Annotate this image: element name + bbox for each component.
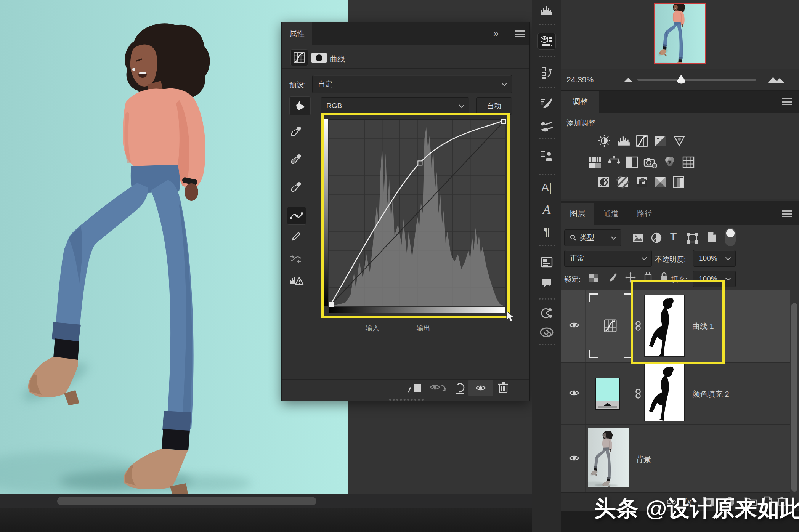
brightness-contrast-icon[interactable] bbox=[598, 134, 611, 147]
delete-adjustment-button[interactable] bbox=[497, 381, 509, 396]
clone-source-panel-icon[interactable] bbox=[537, 148, 556, 165]
panel-group-grip[interactable] bbox=[539, 298, 555, 300]
levels-icon[interactable] bbox=[617, 136, 631, 146]
filter-toggle-switch[interactable] bbox=[725, 228, 736, 246]
white-point-eyedropper-icon[interactable] bbox=[290, 181, 302, 192]
tab-channels[interactable]: 通道 bbox=[595, 203, 627, 225]
lock-pixels-brush-icon[interactable] bbox=[607, 272, 618, 283]
brush-settings-panel-icon[interactable] bbox=[537, 95, 556, 112]
properties-tabbar: 属性 » bbox=[282, 22, 529, 45]
lock-transparency-icon[interactable] bbox=[589, 273, 598, 283]
panel-resize-grip[interactable] bbox=[389, 399, 424, 401]
pencil-curve-tool-icon[interactable] bbox=[290, 231, 302, 242]
curve-point-tool-selected[interactable] bbox=[287, 207, 306, 225]
panel-menu-icon[interactable] bbox=[515, 30, 525, 37]
tab-layers[interactable]: 图层 bbox=[561, 203, 594, 225]
photo-filter-icon[interactable] bbox=[643, 156, 658, 168]
black-white-icon[interactable] bbox=[626, 156, 638, 168]
filter-shape-layers-icon[interactable] bbox=[687, 232, 698, 244]
histogram-clip-warning-icon bbox=[289, 274, 304, 286]
panel-group-grip[interactable] bbox=[539, 24, 555, 25]
black-point-eyedropper-icon[interactable] bbox=[290, 126, 302, 136]
creative-cloud-icon[interactable] bbox=[537, 324, 556, 341]
visibility-eye-icon[interactable] bbox=[569, 389, 579, 397]
layer-mask-icon[interactable] bbox=[311, 53, 327, 63]
layer-name[interactable]: 颜色填充 2 bbox=[692, 389, 729, 399]
filter-image-layers-icon[interactable] bbox=[632, 233, 644, 243]
layer-name[interactable]: 背景 bbox=[636, 454, 651, 465]
layer-filter-dropdown[interactable]: 类型 bbox=[564, 229, 621, 246]
paragraph-panel-icon[interactable]: ¶ bbox=[537, 223, 556, 240]
clip-to-layer-button[interactable] bbox=[407, 382, 423, 396]
histogram-panel-icon[interactable] bbox=[537, 2, 556, 19]
layer-row-background[interactable]: 背景 bbox=[561, 425, 790, 492]
blend-mode-dropdown[interactable]: 正常 bbox=[564, 250, 652, 267]
posterize-icon[interactable] bbox=[617, 176, 629, 188]
filter-smart-objects-icon[interactable] bbox=[707, 232, 717, 243]
adjustment-layer-thumbnail[interactable] bbox=[589, 293, 632, 358]
share-panel-icon[interactable] bbox=[537, 305, 556, 322]
view-previous-state-button[interactable] bbox=[430, 383, 447, 395]
history-panel-icon[interactable] bbox=[537, 65, 556, 82]
tab-properties[interactable]: 属性 bbox=[282, 22, 312, 45]
character-panel-icon[interactable]: A| bbox=[537, 179, 556, 196]
collapse-panel-icon[interactable]: » bbox=[493, 27, 499, 39]
targeted-adjustment-tool[interactable] bbox=[289, 96, 311, 115]
color-lookup-icon[interactable] bbox=[682, 156, 695, 168]
auto-button[interactable]: 自动 bbox=[476, 97, 512, 115]
threshold-icon[interactable] bbox=[636, 176, 648, 188]
selective-color-icon[interactable] bbox=[654, 176, 666, 188]
channel-mixer-icon[interactable] bbox=[663, 155, 676, 168]
tab-adjustments[interactable]: 调整 bbox=[561, 91, 599, 113]
preset-dropdown[interactable]: 自定 bbox=[312, 75, 512, 93]
opacity-field[interactable]: 100% bbox=[693, 250, 736, 267]
zoom-slider-thumb[interactable] bbox=[676, 74, 686, 86]
visibility-eye-icon[interactable] bbox=[569, 321, 579, 329]
color-fill-thumbnail[interactable] bbox=[595, 378, 620, 410]
properties-panel-icon-selected[interactable] bbox=[537, 33, 556, 50]
gradient-map-icon[interactable] bbox=[672, 176, 685, 188]
zoom-percentage[interactable]: 24.39% bbox=[566, 75, 594, 84]
notes-panel-icon[interactable] bbox=[537, 274, 556, 291]
layer-mask-thumbnail[interactable] bbox=[644, 364, 685, 421]
mask-link-icon[interactable] bbox=[634, 389, 642, 399]
panel-group-grip[interactable] bbox=[539, 344, 555, 345]
background-layer-thumbnail[interactable] bbox=[588, 428, 629, 487]
panel-group-grip[interactable] bbox=[539, 174, 555, 175]
layers-vertical-scrollbar[interactable] bbox=[791, 303, 797, 492]
panel-group-grip[interactable] bbox=[539, 56, 555, 57]
exposure-icon[interactable] bbox=[654, 135, 666, 147]
divider bbox=[585, 363, 586, 424]
zoom-slider-track[interactable] bbox=[637, 79, 756, 81]
panel-group-grip[interactable] bbox=[539, 87, 555, 88]
vibrance-icon[interactable] bbox=[673, 135, 685, 147]
navigator-view-box[interactable] bbox=[654, 3, 706, 64]
tab-paths[interactable]: 路径 bbox=[628, 203, 661, 225]
hue-saturation-icon[interactable] bbox=[589, 156, 602, 168]
horizontal-scrollbar[interactable] bbox=[57, 497, 316, 505]
opacity-label: 不透明度: bbox=[655, 255, 686, 264]
invert-icon[interactable] bbox=[598, 176, 610, 188]
visibility-eye-icon[interactable] bbox=[569, 454, 579, 462]
channel-dropdown[interactable]: RGB bbox=[321, 97, 469, 115]
panel-menu-icon[interactable] bbox=[782, 98, 792, 105]
layer-comps-panel-icon[interactable] bbox=[537, 254, 556, 271]
filter-type-label: 类型 bbox=[580, 233, 594, 243]
panel-menu-icon[interactable] bbox=[782, 210, 792, 217]
glyphs-panel-icon[interactable]: A bbox=[537, 201, 556, 218]
panel-group-grip[interactable] bbox=[539, 138, 555, 139]
brushes-panel-icon[interactable] bbox=[537, 118, 556, 135]
reset-button[interactable] bbox=[453, 382, 466, 396]
zoom-in-icon[interactable] bbox=[767, 74, 785, 84]
layer-row-color-fill-2[interactable]: 颜色填充 2 bbox=[561, 363, 790, 424]
panel-group-grip[interactable] bbox=[539, 245, 555, 246]
curves-icon[interactable] bbox=[636, 135, 648, 147]
filter-type-layers-icon[interactable]: T bbox=[670, 231, 677, 243]
zoom-out-icon[interactable] bbox=[623, 76, 634, 83]
highlight-box-curve bbox=[321, 113, 510, 318]
filter-adjustment-layers-icon[interactable] bbox=[651, 232, 662, 243]
gray-point-eyedropper-icon[interactable] bbox=[290, 154, 302, 164]
layers-tabbar: 图层 通道 路径 bbox=[561, 201, 799, 225]
visibility-toggle-button[interactable] bbox=[468, 380, 493, 396]
color-balance-icon[interactable] bbox=[608, 155, 621, 168]
